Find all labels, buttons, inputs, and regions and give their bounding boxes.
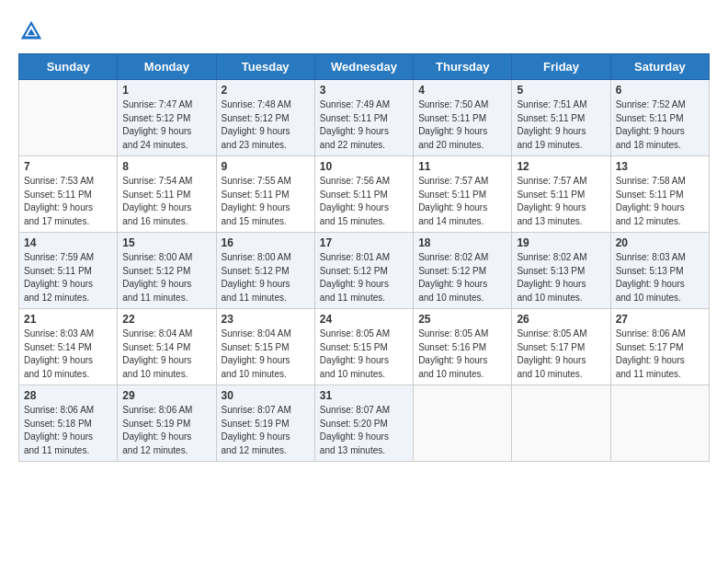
day-number: 19 [517, 236, 605, 249]
day-info: Sunrise: 8:07 AM Sunset: 5:20 PM Dayligh… [320, 404, 408, 457]
day-info: Sunrise: 8:00 AM Sunset: 5:12 PM Dayligh… [222, 251, 310, 304]
day-info: Sunrise: 7:54 AM Sunset: 5:11 PM Dayligh… [122, 175, 210, 228]
day-number: 23 [222, 313, 310, 326]
calendar-cell: 4Sunrise: 7:50 AM Sunset: 5:11 PM Daylig… [414, 80, 512, 156]
page-header [18, 18, 710, 44]
day-info: Sunrise: 8:04 AM Sunset: 5:15 PM Dayligh… [222, 327, 310, 381]
calendar-body: 1Sunrise: 7:47 AM Sunset: 5:12 PM Daylig… [19, 80, 710, 462]
calendar-cell: 16Sunrise: 8:00 AM Sunset: 5:12 PM Dayli… [216, 233, 314, 309]
calendar-week-5: 28Sunrise: 8:06 AM Sunset: 5:18 PM Dayli… [19, 385, 710, 462]
weekday-header-tuesday: Tuesday [216, 54, 314, 80]
calendar-cell: 25Sunrise: 8:05 AM Sunset: 5:16 PM Dayli… [414, 309, 512, 385]
weekday-header-wednesday: Wednesday [314, 54, 413, 80]
day-number: 3 [320, 84, 408, 97]
day-info: Sunrise: 8:03 AM Sunset: 5:14 PM Dayligh… [24, 327, 112, 381]
weekday-header-sunday: Sunday [19, 54, 118, 80]
weekday-header-friday: Friday [512, 54, 610, 80]
calendar-cell [19, 80, 118, 156]
day-number: 1 [122, 84, 210, 97]
calendar-week-4: 21Sunrise: 8:03 AM Sunset: 5:14 PM Dayli… [19, 309, 710, 385]
day-info: Sunrise: 7:49 AM Sunset: 5:11 PM Dayligh… [320, 98, 408, 152]
calendar-cell: 27Sunrise: 8:06 AM Sunset: 5:17 PM Dayli… [610, 309, 709, 385]
day-info: Sunrise: 8:06 AM Sunset: 5:18 PM Dayligh… [24, 404, 112, 457]
calendar-cell: 26Sunrise: 8:05 AM Sunset: 5:17 PM Dayli… [512, 309, 610, 385]
calendar-cell: 6Sunrise: 7:52 AM Sunset: 5:11 PM Daylig… [610, 80, 709, 156]
calendar-week-3: 14Sunrise: 7:59 AM Sunset: 5:11 PM Dayli… [19, 233, 710, 309]
day-number: 2 [222, 84, 310, 97]
day-info: Sunrise: 7:57 AM Sunset: 5:11 PM Dayligh… [418, 175, 506, 228]
day-number: 17 [320, 236, 408, 249]
day-info: Sunrise: 8:06 AM Sunset: 5:19 PM Dayligh… [122, 404, 210, 457]
day-number: 15 [122, 236, 210, 249]
day-info: Sunrise: 7:51 AM Sunset: 5:11 PM Dayligh… [517, 98, 605, 152]
day-info: Sunrise: 8:01 AM Sunset: 5:12 PM Dayligh… [320, 251, 408, 304]
calendar-cell: 8Sunrise: 7:54 AM Sunset: 5:11 PM Daylig… [118, 156, 216, 233]
day-number: 11 [418, 160, 506, 173]
day-info: Sunrise: 8:05 AM Sunset: 5:17 PM Dayligh… [517, 327, 605, 381]
calendar-cell: 13Sunrise: 7:58 AM Sunset: 5:11 PM Dayli… [610, 156, 709, 233]
day-number: 6 [616, 84, 704, 97]
day-number: 9 [222, 160, 310, 173]
weekday-header-row: SundayMondayTuesdayWednesdayThursdayFrid… [19, 54, 710, 80]
calendar-cell: 21Sunrise: 8:03 AM Sunset: 5:14 PM Dayli… [19, 309, 118, 385]
calendar-cell: 15Sunrise: 8:00 AM Sunset: 5:12 PM Dayli… [118, 233, 216, 309]
day-info: Sunrise: 7:52 AM Sunset: 5:11 PM Dayligh… [616, 98, 704, 152]
day-info: Sunrise: 7:50 AM Sunset: 5:11 PM Dayligh… [418, 98, 506, 152]
calendar-cell: 5Sunrise: 7:51 AM Sunset: 5:11 PM Daylig… [512, 80, 610, 156]
weekday-header-thursday: Thursday [414, 54, 512, 80]
calendar-cell: 1Sunrise: 7:47 AM Sunset: 5:12 PM Daylig… [118, 80, 216, 156]
day-info: Sunrise: 8:00 AM Sunset: 5:12 PM Dayligh… [122, 251, 210, 304]
weekday-header-saturday: Saturday [610, 54, 709, 80]
day-number: 13 [616, 160, 704, 173]
weekday-header-monday: Monday [118, 54, 216, 80]
calendar-cell: 28Sunrise: 8:06 AM Sunset: 5:18 PM Dayli… [19, 385, 118, 462]
day-number: 18 [418, 236, 506, 249]
calendar-cell: 24Sunrise: 8:05 AM Sunset: 5:15 PM Dayli… [314, 309, 413, 385]
day-info: Sunrise: 8:04 AM Sunset: 5:14 PM Dayligh… [122, 327, 210, 381]
calendar-cell: 7Sunrise: 7:53 AM Sunset: 5:11 PM Daylig… [19, 156, 118, 233]
day-number: 12 [517, 160, 605, 173]
calendar-cell [610, 385, 709, 462]
calendar-cell: 20Sunrise: 8:03 AM Sunset: 5:13 PM Dayli… [610, 233, 709, 309]
calendar-cell: 18Sunrise: 8:02 AM Sunset: 5:12 PM Dayli… [414, 233, 512, 309]
day-info: Sunrise: 8:05 AM Sunset: 5:15 PM Dayligh… [320, 327, 408, 381]
calendar-cell: 22Sunrise: 8:04 AM Sunset: 5:14 PM Dayli… [118, 309, 216, 385]
day-info: Sunrise: 7:59 AM Sunset: 5:11 PM Dayligh… [24, 251, 112, 304]
calendar-week-1: 1Sunrise: 7:47 AM Sunset: 5:12 PM Daylig… [19, 80, 710, 156]
day-info: Sunrise: 8:07 AM Sunset: 5:19 PM Dayligh… [222, 404, 310, 457]
day-info: Sunrise: 7:48 AM Sunset: 5:12 PM Dayligh… [222, 98, 310, 152]
calendar-header: SundayMondayTuesdayWednesdayThursdayFrid… [19, 54, 710, 80]
day-info: Sunrise: 7:55 AM Sunset: 5:11 PM Dayligh… [222, 175, 310, 228]
calendar-table: SundayMondayTuesdayWednesdayThursdayFrid… [18, 53, 710, 462]
day-info: Sunrise: 8:05 AM Sunset: 5:16 PM Dayligh… [418, 327, 506, 381]
calendar-cell: 19Sunrise: 8:02 AM Sunset: 5:13 PM Dayli… [512, 233, 610, 309]
calendar-cell: 14Sunrise: 7:59 AM Sunset: 5:11 PM Dayli… [19, 233, 118, 309]
day-number: 14 [24, 236, 112, 249]
calendar-cell: 31Sunrise: 8:07 AM Sunset: 5:20 PM Dayli… [314, 385, 413, 462]
day-info: Sunrise: 7:57 AM Sunset: 5:11 PM Dayligh… [517, 175, 605, 228]
day-info: Sunrise: 8:02 AM Sunset: 5:13 PM Dayligh… [517, 251, 605, 304]
day-number: 26 [517, 313, 605, 326]
day-number: 29 [122, 389, 210, 402]
day-number: 27 [616, 313, 704, 326]
day-number: 5 [517, 84, 605, 97]
day-info: Sunrise: 7:53 AM Sunset: 5:11 PM Dayligh… [24, 175, 112, 228]
calendar-week-2: 7Sunrise: 7:53 AM Sunset: 5:11 PM Daylig… [19, 156, 710, 233]
day-number: 7 [24, 160, 112, 173]
day-info: Sunrise: 8:03 AM Sunset: 5:13 PM Dayligh… [616, 251, 704, 304]
calendar-cell: 3Sunrise: 7:49 AM Sunset: 5:11 PM Daylig… [314, 80, 413, 156]
calendar-cell: 9Sunrise: 7:55 AM Sunset: 5:11 PM Daylig… [216, 156, 314, 233]
day-number: 30 [222, 389, 310, 402]
day-number: 10 [320, 160, 408, 173]
logo-icon [18, 18, 44, 44]
calendar-cell: 12Sunrise: 7:57 AM Sunset: 5:11 PM Dayli… [512, 156, 610, 233]
day-number: 28 [24, 389, 112, 402]
calendar-cell: 29Sunrise: 8:06 AM Sunset: 5:19 PM Dayli… [118, 385, 216, 462]
calendar-cell: 2Sunrise: 7:48 AM Sunset: 5:12 PM Daylig… [216, 80, 314, 156]
day-info: Sunrise: 7:47 AM Sunset: 5:12 PM Dayligh… [122, 98, 210, 152]
calendar-cell: 23Sunrise: 8:04 AM Sunset: 5:15 PM Dayli… [216, 309, 314, 385]
calendar-cell [512, 385, 610, 462]
day-info: Sunrise: 7:56 AM Sunset: 5:11 PM Dayligh… [320, 175, 408, 228]
day-number: 22 [122, 313, 210, 326]
day-info: Sunrise: 8:02 AM Sunset: 5:12 PM Dayligh… [418, 251, 506, 304]
